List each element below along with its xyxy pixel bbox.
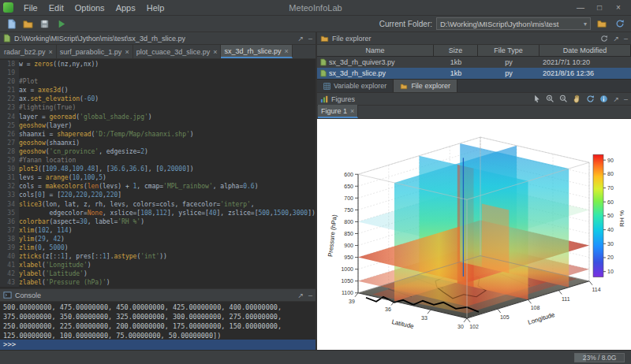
save-file-button[interactable] (37, 17, 51, 31)
code-line[interactable]: 37xlim(102, 114) (0, 226, 316, 235)
maximize-button[interactable]: □ (590, 1, 609, 15)
table-row-selected[interactable]: sx_3d_rh_slice.py 1kb py 2021/8/16 12:36 (317, 68, 631, 79)
open-file-button[interactable] (21, 17, 35, 31)
code-line[interactable]: 35 edgecolor=None, xslice=[108,112], ysl… (0, 209, 316, 217)
code-line[interactable]: 30plot3([109.48,109.48], [36.6,36.6], [0… (0, 165, 316, 173)
table-row[interactable]: sx_3d_rh_quiver3.py 1kb py 2021/7/1 10:2… (317, 57, 631, 68)
code-line[interactable]: 32cols = makecolors(len(levs) + 1, cmap=… (0, 182, 316, 191)
panel-minimize-icon[interactable]: – (624, 35, 628, 43)
run-script-button[interactable] (54, 17, 68, 31)
menu-options[interactable]: Options (69, 0, 110, 15)
close-icon[interactable]: × (285, 47, 289, 55)
tab-plot-cuace-3d-slice[interactable]: plot_cuace_3d_slice.py× (133, 45, 222, 58)
code-line[interactable]: 25geoshow(layer) (0, 121, 316, 130)
file-table-header: Name Size File Type Date Modified (317, 45, 631, 57)
code-line[interactable]: 19 (0, 69, 316, 77)
file-explorer-header: File explorer ↗ – (317, 32, 631, 45)
tab-sx-3d-rh-slice[interactable]: sx_3d_rh_slice.py× (221, 45, 292, 58)
minimize-button[interactable]: — (571, 1, 590, 15)
main-toolbar: Current Folder: D:\Working\MIScript\Jyth… (0, 16, 631, 32)
meteoinfolab-window: File Edit Options Apps Help MeteoInfoLab… (0, 0, 631, 364)
memory-indicator[interactable]: 23% / 8.0G (574, 353, 625, 362)
status-bar: 23% / 8.0G (0, 350, 631, 364)
close-icon[interactable]: × (213, 48, 217, 56)
code-line[interactable]: 20#Plot (0, 77, 316, 86)
column-name[interactable]: Name (317, 45, 434, 56)
tab-figure-1[interactable]: Figure 1× (318, 105, 358, 118)
tab-radar-bz2[interactable]: radar_bz2.py× (1, 45, 57, 58)
menu-apps[interactable]: Apps (110, 0, 141, 15)
z-axis-label: Pressure (hPa) (327, 214, 338, 258)
close-icon[interactable]: × (350, 107, 354, 115)
svg-text:900: 900 (344, 243, 353, 248)
console-line: 500.00000000, 475.00000000, 450.00000000… (3, 303, 312, 312)
code-line[interactable]: 21ax = axes3d() (0, 86, 316, 95)
code-line[interactable]: 36colorbar(aspect=30, label='RH %') (0, 217, 316, 226)
panel-float-icon[interactable]: ↗ (613, 35, 619, 43)
refresh-icon (615, 19, 625, 28)
rotate-icon[interactable] (586, 95, 595, 103)
close-button[interactable]: × (609, 1, 628, 15)
code-line[interactable]: 39zlim(0, 5000) (0, 243, 316, 252)
colorbar-label: RH % (618, 210, 625, 227)
pan-hand-icon[interactable] (573, 95, 581, 103)
code-line[interactable]: 28geoshow('cn_province', edgesize=2) (0, 147, 316, 156)
refresh-icon[interactable] (600, 35, 608, 43)
console-prompt-input[interactable]: >>> (0, 340, 316, 350)
code-line[interactable]: 23#lighting(True) (0, 103, 316, 112)
column-size[interactable]: Size (434, 45, 478, 56)
tab-surf-parabolic[interactable]: surf_parabolic_1.py× (57, 45, 133, 58)
refresh-folder-button[interactable] (613, 17, 627, 31)
panel-float-icon[interactable]: ↗ (297, 35, 304, 43)
current-folder-combobox[interactable]: D:\Working\MIScript\Jython\mis\test ▾ (436, 17, 591, 30)
python-file-icon (320, 69, 327, 77)
code-line[interactable]: 22ax.set_elevation(-60) (0, 95, 316, 103)
panel-float-icon[interactable]: ↗ (613, 95, 619, 103)
console-title: Console (15, 292, 41, 299)
zoom-in-icon[interactable] (546, 95, 554, 103)
browse-folder-button[interactable] (595, 17, 609, 31)
info-icon[interactable] (599, 95, 608, 103)
column-date-modified[interactable]: Date Modified (540, 45, 631, 56)
code-line[interactable]: 18w = zeros((nz,ny,nx)) (0, 60, 316, 69)
pointer-icon[interactable] (532, 95, 541, 103)
close-icon[interactable]: × (49, 48, 53, 56)
menu-help[interactable]: Help (141, 0, 170, 15)
current-folder-label: Current Folder: (379, 20, 432, 28)
panel-float-icon[interactable]: ↗ (297, 292, 304, 299)
code-editor[interactable]: 18w = zeros((nz,ny,nx))1920#Plot21ax = a… (0, 59, 316, 288)
code-line[interactable]: 43zlabel('Pressure (hPa)') (0, 278, 316, 287)
current-folder-value: D:\Working\MIScript\Jython\mis\test (440, 20, 558, 28)
tab-file-explorer[interactable]: File explorer (394, 80, 457, 92)
svg-text:30: 30 (607, 241, 614, 247)
svg-text:108: 108 (531, 305, 540, 310)
column-file-type[interactable]: File Type (478, 45, 540, 56)
code-line[interactable]: 42ylabel('Latitude') (0, 269, 316, 278)
close-icon[interactable]: × (125, 48, 129, 56)
new-file-button[interactable] (4, 17, 18, 31)
code-line[interactable]: 33cols[0] = [220,220,220,220] (0, 191, 316, 199)
zoom-out-icon[interactable] (559, 95, 568, 103)
open-folder-icon (23, 19, 33, 29)
menu-edit[interactable]: Edit (43, 0, 69, 15)
figures-title: Figures (331, 95, 355, 103)
figure-canvas[interactable]: 6006507007508008509009501000105011003936… (317, 119, 631, 350)
code-line[interactable]: 34slice3(lon, lat, z, rh, levs, colors=c… (0, 200, 316, 209)
code-line[interactable]: 29#Yanan location (0, 156, 316, 165)
code-line[interactable]: 41xlabel('Longitude') (0, 261, 316, 269)
console-panel: Console ↗ – 500.00000000, 475.00000000, … (0, 288, 316, 350)
svg-text:20: 20 (607, 254, 614, 260)
tab-variable-explorer[interactable]: Variable explorer (317, 80, 394, 92)
panel-minimize-icon[interactable]: – (308, 292, 312, 299)
code-line[interactable]: 27geoshow(shaanxi) (0, 139, 316, 147)
code-line[interactable]: 38ylim(29, 42) (0, 235, 316, 243)
panel-minimize-icon[interactable]: – (624, 95, 628, 103)
menu-file[interactable]: File (18, 0, 43, 15)
code-line[interactable]: 31levs = arange(10,100,5) (0, 173, 316, 182)
svg-text:1000: 1000 (341, 266, 353, 272)
code-line[interactable]: 40zticks(z[::1], pres[::1].astype('int')… (0, 252, 316, 261)
console-output[interactable]: 500.00000000, 475.00000000, 450.00000000… (0, 302, 316, 340)
code-line[interactable]: 24layer = georead('global_shade.jpg') (0, 113, 316, 121)
code-line[interactable]: 26shaanxi = shaperead('D:/Temp/Map/shaan… (0, 130, 316, 139)
panel-minimize-icon[interactable]: – (308, 35, 312, 43)
